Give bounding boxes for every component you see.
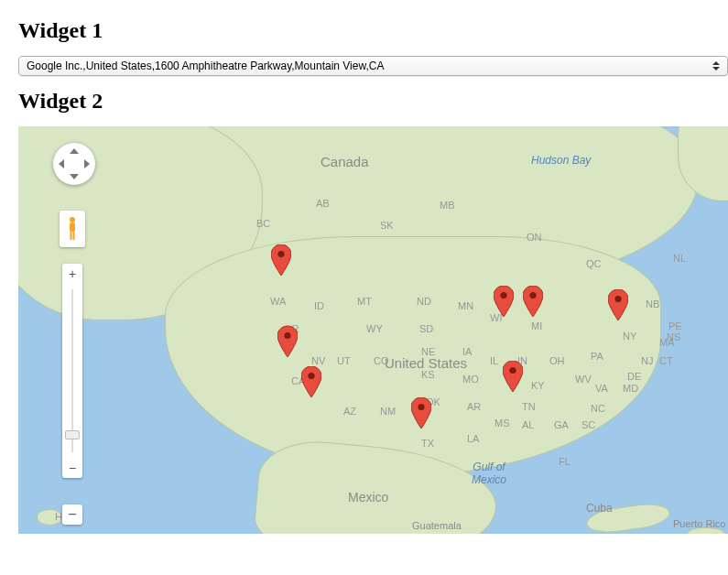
map-marker-mi[interactable] — [523, 286, 543, 317]
svg-rect-10 — [71, 232, 72, 240]
state-label-ks: KS — [421, 369, 435, 380]
zoom-out-button[interactable]: − — [62, 458, 82, 478]
svg-point-3 — [418, 404, 424, 410]
pan-north-icon — [70, 148, 79, 154]
map-pan-control[interactable] — [53, 143, 95, 185]
select-arrows-icon — [709, 59, 723, 73]
location-select-value: Google Inc.,United States,1600 Amphithea… — [27, 60, 384, 72]
location-select[interactable]: Google Inc.,United States,1600 Amphithea… — [18, 56, 728, 76]
state-label-oh: OH — [549, 355, 565, 366]
state-label-nc: NC — [591, 403, 605, 414]
minus-icon: − — [68, 506, 76, 523]
state-label-mo: MO — [462, 374, 479, 385]
country-label-canada: Canada — [321, 154, 369, 169]
map-marker-tn[interactable] — [503, 361, 523, 392]
state-label-ut: UT — [337, 355, 351, 366]
street-view-toggle[interactable]: − — [62, 504, 82, 525]
state-label-mb: MB — [440, 200, 455, 211]
pan-west-icon — [59, 159, 64, 168]
state-label-la: LA — [467, 433, 479, 444]
state-label-sk: SK — [380, 220, 394, 231]
map-marker-ca1[interactable] — [277, 326, 298, 357]
widget-2-title: Widget 2 — [18, 89, 728, 114]
state-label-ar: AR — [467, 401, 481, 412]
map-marker-wa[interactable] — [271, 244, 291, 276]
state-label-sc: SC — [581, 419, 595, 430]
state-label-wy: WY — [366, 323, 383, 334]
map-marker-wi[interactable] — [494, 286, 514, 317]
map-zoom-control: + − — [62, 264, 82, 478]
state-label-fl: FL — [559, 456, 570, 467]
zoom-slider-handle[interactable] — [65, 430, 80, 439]
street-view-pegman[interactable] — [60, 211, 85, 247]
state-label-pa: PA — [591, 351, 603, 362]
svg-rect-9 — [70, 222, 75, 232]
pegman-icon — [65, 216, 80, 242]
svg-point-6 — [529, 292, 536, 298]
state-label-nb: NB — [646, 298, 659, 309]
country-label-cuba: Cuba — [586, 502, 613, 515]
state-label-co: CO — [374, 355, 389, 366]
state-label-ms: MS — [494, 418, 510, 429]
state-label-az: AZ — [343, 406, 356, 417]
water-label-hudson-bay: Hudson Bay — [531, 154, 591, 167]
state-label-ma: MA — [659, 337, 675, 348]
state-label-sd: SD — [419, 323, 433, 334]
state-label-al: AL — [522, 419, 534, 430]
pan-east-icon — [84, 159, 90, 168]
state-label-tx: TX — [421, 438, 434, 449]
state-label-nl: NL — [673, 253, 686, 264]
svg-point-1 — [284, 332, 290, 339]
state-label-id: ID — [314, 300, 324, 311]
state-label-qc: QC — [586, 258, 602, 269]
state-label-on: ON — [527, 232, 542, 243]
state-label-tn: TN — [522, 401, 536, 412]
svg-point-4 — [509, 367, 516, 374]
state-label-ab: AB — [316, 198, 330, 209]
country-label-puerto-rico: Puerto Rico — [673, 518, 725, 529]
svg-point-5 — [500, 292, 506, 298]
svg-point-8 — [70, 217, 75, 222]
state-label-mi: MI — [531, 320, 542, 331]
map-marker-tx[interactable] — [411, 397, 431, 429]
svg-point-0 — [277, 251, 284, 257]
state-label-ct: CT — [659, 355, 673, 366]
svg-point-2 — [308, 373, 314, 379]
country-label-guatemala: Guatemala — [412, 520, 462, 531]
zoom-in-button[interactable]: + — [62, 264, 82, 284]
country-label-mexico: Mexico — [348, 490, 388, 504]
state-label-wv: WV — [575, 374, 592, 385]
map-canvas[interactable]: Hudson Bay Gulf of Mexico Canada United … — [18, 126, 728, 534]
pan-south-icon — [70, 174, 79, 179]
state-label-ky: KY — [531, 380, 545, 391]
state-label-nm: NM — [380, 406, 396, 417]
state-label-nv: NV — [311, 355, 325, 366]
water-label-gulf: Gulf of Mexico — [472, 461, 506, 486]
map-marker-ca2[interactable] — [301, 366, 321, 397]
state-label-il: IL — [490, 355, 498, 366]
map-marker-ny[interactable] — [608, 289, 628, 320]
state-label-de: DE — [627, 371, 641, 382]
state-label-bc: BC — [256, 218, 270, 229]
state-label-ne: NE — [421, 346, 435, 357]
widget-1-title: Widget 1 — [18, 18, 728, 43]
state-label-md: MD — [623, 383, 638, 394]
svg-point-7 — [614, 296, 621, 302]
state-label-mt: MT — [357, 296, 372, 307]
widget-1-section: Widget 1 Google Inc.,United States,1600 … — [18, 18, 728, 76]
state-label-ga: GA — [554, 419, 569, 430]
widget-2-section: Widget 2 Hudson Bay Gulf of Mexico Canad… — [18, 89, 728, 534]
state-label-ny: NY — [623, 331, 636, 342]
state-label-mn: MN — [458, 300, 473, 311]
state-label-nj: NJ — [641, 355, 653, 366]
state-label-nd: ND — [417, 296, 431, 307]
state-label-pe: PE — [668, 320, 682, 331]
zoom-slider-track[interactable] — [62, 284, 82, 458]
state-label-va: VA — [595, 383, 608, 394]
svg-rect-11 — [73, 232, 75, 240]
state-label-ia: IA — [462, 346, 472, 357]
state-label-wa: WA — [270, 296, 286, 307]
